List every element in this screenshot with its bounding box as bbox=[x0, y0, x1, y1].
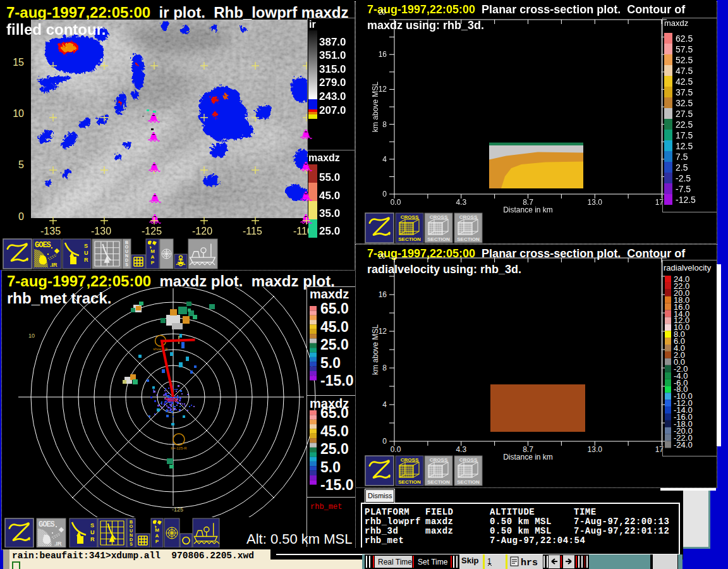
svg-text:0.0: 0.0 bbox=[391, 198, 401, 207]
svg-text:Real Time: Real Time bbox=[378, 558, 412, 566]
svg-text:N: N bbox=[130, 533, 133, 537]
svg-text:-7.5: -7.5 bbox=[676, 184, 691, 194]
svg-text:Distance in km: Distance in km bbox=[503, 205, 553, 214]
svg-text:km above MSL: km above MSL bbox=[371, 324, 380, 375]
svg-text:16: 16 bbox=[379, 50, 387, 59]
svg-text:47.5: 47.5 bbox=[676, 66, 693, 76]
svg-text:10: 10 bbox=[28, 333, 35, 339]
svg-text:4: 4 bbox=[382, 155, 387, 164]
svg-text:2.5: 2.5 bbox=[676, 162, 688, 173]
svg-text:B: B bbox=[130, 520, 133, 524]
svg-text:Distance in km: Distance in km bbox=[503, 453, 553, 460]
svg-text:27.5: 27.5 bbox=[676, 109, 693, 119]
svg-text:SECTION: SECTION bbox=[457, 236, 480, 242]
svg-text:P: P bbox=[155, 539, 159, 544]
svg-text:25.0: 25.0 bbox=[320, 336, 349, 353]
svg-text:45.0: 45.0 bbox=[320, 423, 349, 439]
svg-text:SECTION: SECTION bbox=[398, 479, 421, 485]
svg-text:km above MSL: km above MSL bbox=[371, 82, 380, 132]
svg-text:SECTION: SECTION bbox=[398, 236, 421, 242]
svg-text:SECTION: SECTION bbox=[427, 479, 450, 485]
svg-text:O: O bbox=[130, 524, 133, 529]
svg-text:4.3: 4.3 bbox=[456, 198, 466, 207]
svg-text:12.5: 12.5 bbox=[676, 141, 693, 151]
svg-text:Skip: Skip bbox=[461, 556, 479, 565]
svg-text:A: A bbox=[155, 533, 159, 539]
svg-text:0.0: 0.0 bbox=[391, 445, 401, 454]
svg-text:5.0: 5.0 bbox=[320, 355, 341, 371]
svg-text:22.5: 22.5 bbox=[676, 119, 693, 130]
svg-text:8: 8 bbox=[382, 120, 387, 129]
svg-text:U: U bbox=[90, 529, 95, 535]
svg-text:SECTION: SECTION bbox=[427, 236, 450, 242]
svg-text:0: 0 bbox=[382, 190, 387, 199]
svg-text:-15.0: -15.0 bbox=[320, 372, 353, 389]
svg-text:7.5: 7.5 bbox=[676, 152, 688, 162]
svg-text:8: 8 bbox=[382, 364, 387, 372]
svg-text:25.0: 25.0 bbox=[320, 441, 349, 457]
svg-text:GOES: GOES bbox=[39, 520, 55, 529]
svg-text:4.3: 4.3 bbox=[456, 445, 466, 454]
svg-text:S: S bbox=[130, 542, 133, 546]
svg-text:b=-125-R: b=-125-R bbox=[171, 446, 187, 450]
svg-text:D: D bbox=[130, 537, 133, 542]
svg-text:M: M bbox=[155, 527, 159, 533]
svg-text:4: 4 bbox=[382, 400, 387, 409]
svg-text:Set Time: Set Time bbox=[418, 558, 448, 566]
svg-text:SECTION: SECTION bbox=[457, 479, 480, 485]
svg-text:0: 0 bbox=[382, 437, 387, 446]
svg-text:-12.5: -12.5 bbox=[676, 195, 696, 205]
svg-text:R: R bbox=[90, 536, 95, 542]
svg-text:13.0: 13.0 bbox=[588, 198, 603, 207]
svg-text:37.5: 37.5 bbox=[676, 87, 693, 97]
svg-text:17.5: 17.5 bbox=[676, 130, 693, 140]
svg-text:-15.0: -15.0 bbox=[320, 477, 353, 493]
svg-text:16: 16 bbox=[379, 290, 387, 299]
svg-text:62.5: 62.5 bbox=[676, 34, 693, 44]
svg-text:65.0: 65.0 bbox=[320, 300, 349, 317]
svg-text:57.5: 57.5 bbox=[676, 44, 693, 54]
svg-text:45.0: 45.0 bbox=[320, 319, 349, 335]
svg-text:42.5: 42.5 bbox=[676, 76, 693, 87]
svg-text:-2.5: -2.5 bbox=[676, 173, 691, 183]
svg-text:.IR: .IR bbox=[54, 541, 62, 547]
svg-text:13.0: 13.0 bbox=[588, 445, 603, 454]
svg-text:hrs: hrs bbox=[521, 558, 538, 568]
svg-text:32.5: 32.5 bbox=[676, 98, 693, 108]
svg-text:5.0: 5.0 bbox=[320, 459, 341, 475]
svg-text:65.0: 65.0 bbox=[320, 405, 349, 421]
svg-text:52.5: 52.5 bbox=[676, 55, 693, 65]
svg-text:-24.0: -24.0 bbox=[674, 440, 693, 450]
svg-text:shoe-14t: shoe-14t bbox=[153, 347, 168, 351]
svg-text:-125: -125 bbox=[172, 506, 183, 513]
svg-text:U: U bbox=[130, 529, 133, 533]
svg-text:S: S bbox=[90, 522, 94, 529]
